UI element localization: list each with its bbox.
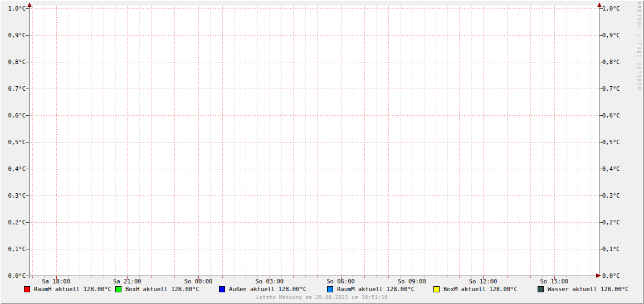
legend-label: RaumM aktuell 128.00°C [337, 285, 414, 293]
v-gridline-hour [270, 6, 270, 276]
v-gridline-hour [459, 6, 460, 276]
y-axis-label: 1,0°C [0, 5, 29, 12]
legend-color-swatch [115, 286, 121, 292]
x-tick [507, 276, 508, 278]
x-tick [578, 276, 578, 278]
v-gridline-halfhour [234, 6, 235, 276]
v-gridline-hour [198, 6, 199, 276]
v-gridline-hour [174, 6, 175, 276]
y-axis-label: 0,5°C [602, 139, 620, 145]
legend-color-swatch [433, 286, 440, 292]
v-gridline-halfhour [495, 6, 495, 276]
legend-color-swatch [219, 286, 225, 292]
legend-label: Außen aktuell 128.00°C [229, 285, 306, 293]
x-tick [174, 276, 175, 278]
x-axis [25, 276, 599, 276]
x-minor-tick [234, 276, 235, 278]
v-gridline-halfhour [376, 6, 377, 276]
x-minor-tick [447, 276, 448, 278]
y-axis-label: 0,8°C [0, 58, 29, 65]
v-gridline-halfhour [329, 6, 329, 276]
x-minor-tick [519, 276, 519, 278]
v-gridline-halfhour [471, 6, 472, 276]
legend-color-swatch [327, 286, 333, 292]
x-tick [32, 276, 33, 278]
x-tick [104, 276, 104, 278]
v-gridline-halfhour [519, 6, 519, 276]
v-gridline-halfhour [44, 6, 45, 276]
y-axis-label: 0,5°C [0, 139, 29, 145]
y-axis-label: 0,7°C [0, 85, 29, 92]
v-gridline-halfhour [590, 6, 591, 276]
legend-label: BoxM aktuell 128.00°C [443, 285, 518, 293]
right-y-axis [599, 4, 599, 276]
v-gridline-hour [32, 6, 33, 276]
y-axis-label: 0,3°C [602, 192, 620, 199]
x-tick [151, 276, 152, 278]
y-axis-label: 0,6°C [602, 112, 620, 119]
v-gridline-halfhour [210, 6, 211, 276]
v-gridline-hour [127, 6, 128, 276]
v-gridline-halfhour [424, 6, 425, 276]
v-gridline-hour [151, 6, 152, 276]
left-y-axis [29, 4, 30, 278]
v-gridline-halfhour [400, 6, 401, 276]
y-axis-label: 0,9°C [602, 32, 620, 38]
legend-label: BoxH aktuell 128.00°C [125, 285, 199, 293]
v-gridline-hour [56, 6, 57, 276]
v-gridline-hour [317, 6, 318, 276]
x-minor-tick [305, 276, 306, 278]
v-gridline-hour [412, 6, 412, 276]
v-gridline-halfhour [257, 6, 258, 276]
x-tick [246, 276, 246, 278]
y-axis-label: 0,1°C [602, 246, 620, 252]
legend-label: RaumH aktuell 128.00°C [34, 285, 111, 293]
x-tick [459, 276, 460, 278]
v-gridline-hour [436, 6, 436, 276]
v-gridline-halfhour [163, 6, 163, 276]
v-gridline-halfhour [305, 6, 306, 276]
legend-item-raumm: RaumM aktuell 128.00°C [327, 285, 414, 293]
x-axis-label: So 03:00 [255, 278, 284, 285]
y-axis-label: 0,9°C [0, 32, 29, 38]
x-axis-label: So 00:00 [184, 278, 213, 285]
rrdtool-watermark: RRDTOOL / TOBI OETIKER [636, 2, 641, 91]
legend-label: Wasser aktuell 128.00°C [548, 285, 628, 293]
y-axis-label: 0,2°C [0, 219, 29, 225]
x-minor-tick [590, 276, 591, 278]
v-gridline-hour [507, 6, 508, 276]
x-tick [388, 276, 389, 278]
y-axis-label: 0,6°C [0, 112, 29, 119]
v-gridline-hour [554, 6, 555, 276]
y-axis-label: 0,4°C [602, 165, 620, 172]
v-gridline-hour [578, 6, 578, 276]
x-minor-tick [163, 276, 163, 278]
x-tick [436, 276, 436, 278]
v-gridline-hour [483, 6, 484, 276]
legend-item-boxm: BoxM aktuell 128.00°C [433, 285, 518, 293]
v-gridline-halfhour [542, 6, 543, 276]
v-gridline-halfhour [91, 6, 92, 276]
y-axis-label: 0,2°C [602, 219, 620, 225]
legend-item-aussen: Außen aktuell 128.00°C [219, 285, 306, 293]
legend-color-swatch [24, 286, 30, 292]
legend-color-swatch [538, 286, 544, 292]
y-axis-label: 0,4°C [0, 165, 29, 172]
y-axis-label: 0,8°C [602, 58, 620, 65]
x-axis-label: So 09:00 [398, 278, 426, 285]
x-axis-label: Sa 18:00 [42, 278, 70, 285]
x-tick [222, 276, 223, 278]
x-tick [364, 276, 365, 278]
x-minor-tick [91, 276, 92, 278]
right-y-axis-arrow-icon [597, 2, 602, 7]
y-axis-label: 0,7°C [602, 85, 620, 92]
y-axis-label: 0,0°C [602, 272, 620, 279]
x-axis-label: So 12:00 [469, 278, 497, 285]
legend-item-wasser: Wasser aktuell 128.00°C [538, 285, 628, 293]
y-axis-label: 0,0°C [0, 272, 29, 279]
x-tick [530, 276, 531, 278]
v-gridline-hour [530, 6, 531, 276]
v-gridline-hour [246, 6, 246, 276]
v-gridline-halfhour [447, 6, 448, 276]
x-tick [317, 276, 318, 278]
